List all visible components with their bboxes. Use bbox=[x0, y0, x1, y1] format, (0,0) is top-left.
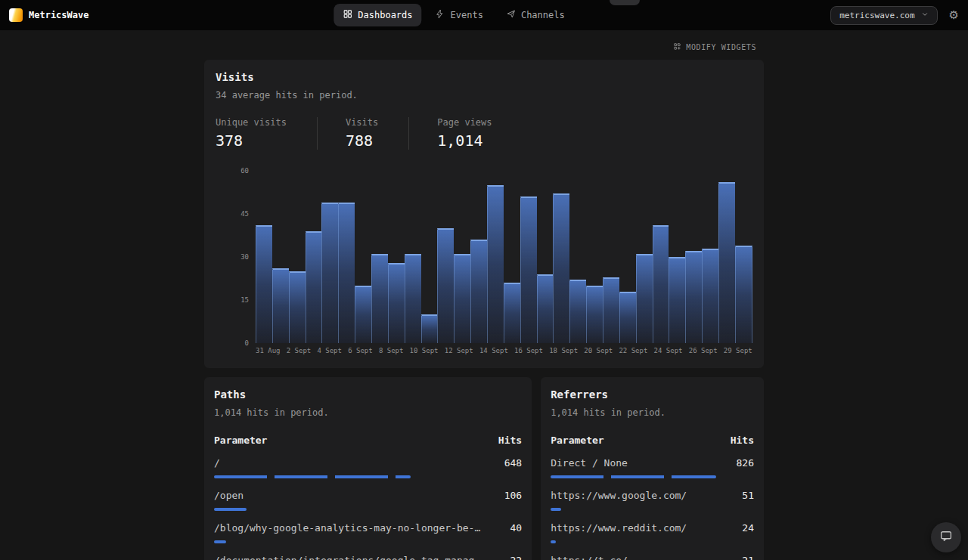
bolt-icon bbox=[436, 9, 445, 21]
nav-item-dashboards[interactable]: Dashboards bbox=[334, 4, 421, 26]
chart-bar bbox=[437, 228, 454, 343]
chart-bar bbox=[272, 268, 289, 343]
top-nav: MetricsWave Dashboards Events bbox=[0, 0, 968, 30]
x-axis-label: 26 Sept bbox=[689, 347, 718, 354]
nav-item-events[interactable]: Events bbox=[427, 4, 492, 26]
chart-bar bbox=[653, 225, 669, 343]
grid-icon bbox=[343, 9, 352, 21]
main-content: MODIFY WIDGETS Visits 34 average hits in… bbox=[204, 42, 764, 560]
nav-right: metricswave.com ⚙ bbox=[830, 6, 959, 25]
x-axis-label: 29 Sept bbox=[724, 347, 752, 354]
chart-bar bbox=[338, 203, 355, 343]
chart-bar bbox=[289, 271, 306, 343]
table-row: / 648 bbox=[214, 457, 522, 478]
chart-bar bbox=[256, 225, 272, 343]
row-progress-bar bbox=[214, 475, 411, 478]
site-selector-label: metricswave.com bbox=[839, 11, 914, 20]
y-axis-label: 0 bbox=[245, 339, 249, 347]
x-axis-label: 6 Sept bbox=[348, 347, 373, 354]
nav-item-label: Dashboards bbox=[358, 10, 412, 20]
chart-bar bbox=[553, 193, 569, 343]
chart-bar bbox=[669, 257, 685, 343]
chart-bar bbox=[636, 254, 653, 343]
table-row: https://www.reddit.com/ 24 bbox=[551, 522, 754, 543]
nav-item-label: Events bbox=[451, 10, 483, 20]
gear-icon[interactable]: ⚙ bbox=[949, 10, 959, 21]
x-axis-label: 4 Sept bbox=[317, 347, 342, 354]
column-hits: Hits bbox=[498, 435, 522, 446]
chart-bar bbox=[537, 274, 554, 343]
row-parameter: /documentation/integrations/google-tag-m… bbox=[214, 555, 485, 560]
row-hits: 826 bbox=[737, 457, 754, 469]
chart-bar bbox=[735, 246, 752, 343]
site-selector[interactable]: metricswave.com bbox=[830, 6, 937, 25]
chart-bar bbox=[421, 314, 438, 343]
stat-value: 378 bbox=[216, 131, 287, 150]
row-progress-bar bbox=[551, 540, 555, 543]
chart-bar bbox=[586, 286, 603, 343]
stat-label: Visits bbox=[346, 117, 378, 128]
row-parameter: /blog/why-google-analytics-may-no-longer… bbox=[214, 522, 485, 534]
chart-bar bbox=[487, 185, 504, 343]
chart-bar bbox=[306, 231, 322, 343]
modify-widgets-icon bbox=[673, 42, 681, 52]
stat-value: 1,014 bbox=[437, 131, 492, 150]
modify-widgets-button[interactable]: MODIFY WIDGETS bbox=[673, 42, 756, 52]
table-row: https://www.google.com/ 51 bbox=[551, 490, 754, 511]
visits-chart: 604530150 bbox=[216, 171, 752, 343]
row-hits: 648 bbox=[504, 457, 522, 469]
chart-bar bbox=[619, 292, 636, 343]
nav-item-channels[interactable]: Channels bbox=[497, 4, 574, 26]
row-progress-bar bbox=[551, 508, 560, 511]
row-hits: 106 bbox=[504, 490, 522, 501]
chart-bar bbox=[454, 254, 470, 343]
chevron-down-icon bbox=[921, 11, 929, 20]
y-axis-label: 30 bbox=[240, 253, 249, 261]
chart-bar bbox=[405, 254, 421, 343]
brand-name: MetricsWave bbox=[29, 10, 88, 20]
table-row: /documentation/integrations/google-tag-m… bbox=[214, 555, 522, 560]
column-hits: Hits bbox=[731, 435, 754, 446]
row-hits: 51 bbox=[742, 490, 754, 501]
row-progress-bar bbox=[214, 508, 247, 511]
top-notch bbox=[610, 0, 640, 5]
table-header: Parameter Hits bbox=[214, 435, 522, 446]
row-parameter: / bbox=[214, 457, 220, 469]
y-axis-label: 60 bbox=[240, 167, 249, 175]
brand[interactable]: MetricsWave bbox=[9, 8, 88, 22]
chart-bar bbox=[603, 277, 619, 343]
x-axis-label: 16 Sept bbox=[514, 347, 543, 354]
x-axis: 31 Aug2 Sept4 Sept6 Sept8 Sept10 Sept12 … bbox=[256, 347, 752, 354]
x-axis-label: 31 Aug bbox=[256, 347, 281, 354]
table-row: Direct / None 826 bbox=[551, 457, 754, 478]
chart-bar bbox=[388, 263, 405, 343]
chart-bar bbox=[470, 240, 487, 343]
table-row: https://t.co/ 21 bbox=[551, 555, 754, 560]
row-progress-bar bbox=[214, 540, 226, 543]
table-row: /open 106 bbox=[214, 490, 522, 511]
chart-bar bbox=[371, 254, 388, 343]
x-axis-label: 10 Sept bbox=[410, 347, 439, 354]
widget-subtitle: 1,014 hits in period. bbox=[551, 407, 754, 418]
paths-widget-card: Paths 1,014 hits in period. Parameter Hi… bbox=[204, 377, 532, 560]
y-axis-label: 45 bbox=[240, 210, 249, 218]
referrers-widget-card: Referrers 1,014 hits in period. Paramete… bbox=[541, 377, 764, 560]
row-parameter: /open bbox=[214, 490, 244, 501]
nav-menu: Dashboards Events Channels bbox=[334, 0, 573, 30]
row-parameter: https://www.google.com/ bbox=[551, 490, 687, 501]
x-axis-label: 18 Sept bbox=[549, 347, 578, 354]
x-axis-label: 12 Sept bbox=[445, 347, 473, 354]
modify-widgets-label: MODIFY WIDGETS bbox=[686, 43, 756, 51]
chart-bars bbox=[256, 171, 752, 343]
widget-title: Referrers bbox=[551, 388, 754, 401]
chat-button[interactable] bbox=[931, 522, 961, 552]
y-axis: 604530150 bbox=[216, 171, 256, 343]
x-axis-label: 2 Sept bbox=[287, 347, 312, 354]
stat-value: 788 bbox=[346, 131, 378, 150]
column-parameter: Parameter bbox=[551, 435, 603, 446]
chart-bar bbox=[504, 283, 520, 343]
row-hits: 24 bbox=[742, 522, 754, 534]
table-header: Parameter Hits bbox=[551, 435, 754, 446]
row-hits: 22 bbox=[510, 555, 523, 560]
chat-bubble-icon bbox=[939, 529, 953, 546]
